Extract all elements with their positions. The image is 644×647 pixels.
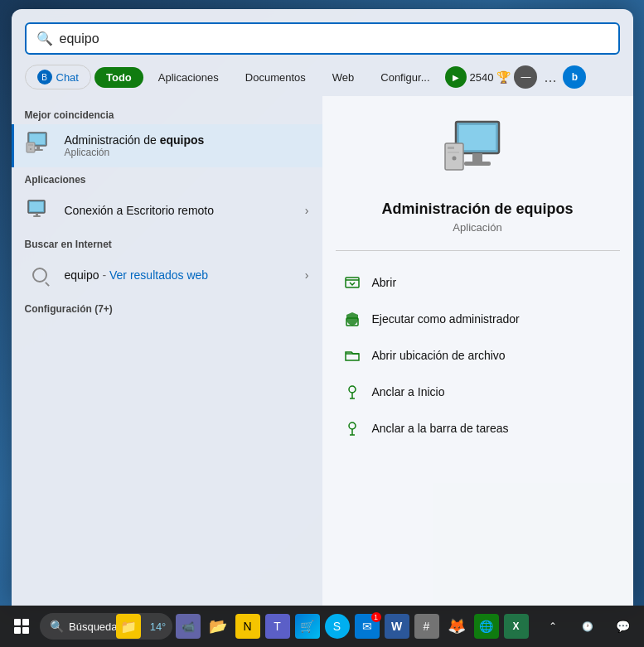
filter-tabs: B Chat Todo Aplicaciones Documentos Web …: [12, 61, 633, 96]
action-run-admin-label: Ejecutar como administrador: [372, 312, 520, 326]
start-button[interactable]: [7, 611, 36, 641]
taskbar-right: ⌃ 🕐 💬: [538, 611, 637, 641]
web-search-item[interactable]: equipo - Ver resultados web ›: [12, 253, 322, 297]
left-panel: Mejor coincidencia: [12, 96, 322, 606]
pin-start-icon: [342, 382, 362, 402]
best-match-subtitle: Aplicación: [65, 147, 309, 158]
taskbar-teams-meet[interactable]: 📹: [176, 614, 201, 639]
remote-desktop-icon: [25, 196, 55, 225]
svg-rect-19: [346, 278, 359, 287]
taskbar-files[interactable]: 📂: [206, 614, 230, 639]
action-open-location-label: Abrir ubicación de archivo: [372, 349, 506, 362]
remote-desktop-arrow: ›: [305, 204, 309, 217]
tab-todo[interactable]: Todo: [94, 67, 143, 88]
open-icon: [342, 273, 362, 292]
taskbar-word[interactable]: W: [385, 614, 409, 639]
taskbar-weather[interactable]: 14°: [146, 614, 171, 639]
taskbar-file-explorer[interactable]: 📁: [116, 614, 141, 639]
taskbar-network[interactable]: 🌐: [474, 614, 499, 639]
tab-chat[interactable]: B Chat: [25, 65, 91, 89]
tab-documentos[interactable]: Documentos: [234, 67, 317, 88]
action-open-label: Abrir: [372, 276, 397, 289]
app-icon-small: [25, 131, 55, 161]
taskbar-excel[interactable]: X: [504, 614, 529, 639]
remote-desktop-text: Conexión a Escritorio remoto: [65, 204, 295, 217]
apps-label: Aplicaciones: [12, 167, 322, 189]
best-match-label: Mejor coincidencia: [12, 103, 322, 124]
taskbar-visual-studio[interactable]: T: [265, 614, 290, 639]
user-avatar[interactable]: —: [514, 65, 537, 89]
right-panel: Administración de equipos Aplicación: [322, 96, 633, 606]
taskbar-skype[interactable]: S: [325, 614, 350, 639]
taskbar-store[interactable]: 🛒: [295, 614, 320, 639]
content-area: Mejor coincidencia: [12, 96, 633, 606]
best-match-text: Administración de equipos Aplicación: [65, 133, 309, 158]
taskbar-center: 📁 14° 📹 📂 N T 🛒 S ✉ 1 W # 🦊 🌐 X: [116, 614, 529, 639]
svg-rect-12: [459, 125, 496, 150]
search-bar[interactable]: 🔍 equipo: [25, 22, 620, 55]
search-icon: 🔍: [36, 31, 53, 46]
taskbar: 🔍 Búsqueda 📁 14° 📹 📂 N T 🛒 S ✉ 1 W # 🦊 🌐: [0, 606, 644, 647]
action-pin-taskbar[interactable]: Anclar a la barra de tareas: [336, 410, 620, 447]
action-pin-start-label: Anclar a Inicio: [372, 385, 445, 398]
taskbar-system-tray[interactable]: ⌃: [538, 611, 568, 641]
web-search-title: equipo - Ver resultados web: [65, 268, 295, 282]
svg-rect-18: [448, 152, 459, 153]
svg-rect-5: [28, 144, 33, 146]
action-pin-taskbar-label: Anclar a la barra de tareas: [372, 422, 509, 435]
web-search-label: Buscar en Internet: [12, 232, 322, 253]
best-match-title: Administración de equipos: [65, 133, 309, 147]
search-input[interactable]: equipo: [60, 31, 608, 46]
taskbar-clock[interactable]: 🕐: [573, 611, 603, 641]
svg-rect-2: [36, 146, 40, 149]
web-search-icon: [25, 260, 55, 290]
web-search-text: equipo - Ver resultados web: [65, 268, 295, 282]
taskbar-notification[interactable]: 💬: [608, 611, 637, 641]
detail-app-icon: [440, 116, 515, 191]
action-list: Abrir Ejecutar como administrador: [336, 264, 620, 447]
svg-point-24: [349, 422, 356, 429]
pin-taskbar-icon: [342, 418, 362, 438]
taskbar-mail[interactable]: ✉ 1: [355, 614, 380, 639]
divider: [336, 250, 620, 251]
tab-aplicaciones[interactable]: Aplicaciones: [147, 67, 230, 88]
web-search-arrow: ›: [305, 268, 309, 282]
folder-icon: [342, 345, 362, 365]
detail-app-type: Aplicación: [453, 221, 501, 234]
play-button[interactable]: ▶: [445, 66, 467, 88]
svg-rect-4: [27, 142, 35, 152]
search-panel: 🔍 equipo B Chat Todo Aplicaciones Docume…: [12, 9, 633, 606]
settings-label: Configuración (7+): [12, 297, 322, 318]
bing-icon[interactable]: b: [563, 65, 586, 89]
chat-icon: B: [37, 70, 52, 84]
score-display: 2540 🏆: [470, 70, 511, 84]
taskbar-norton[interactable]: N: [235, 614, 260, 639]
svg-rect-8: [30, 202, 43, 211]
action-pin-start[interactable]: Anclar a Inicio: [336, 374, 620, 410]
svg-rect-10: [33, 215, 41, 217]
svg-rect-14: [464, 162, 491, 166]
taskbar-firefox[interactable]: 🦊: [444, 614, 469, 639]
taskbar-calculator[interactable]: #: [414, 614, 439, 639]
svg-point-17: [453, 157, 457, 161]
svg-point-21: [349, 386, 356, 393]
shield-icon: [342, 309, 362, 329]
best-match-item[interactable]: Administración de equipos Aplicación: [12, 124, 322, 167]
remote-desktop-title: Conexión a Escritorio remoto: [65, 204, 295, 217]
action-run-admin[interactable]: Ejecutar como administrador: [336, 301, 620, 337]
taskbar-search-label: Búsqueda: [69, 620, 118, 633]
svg-rect-16: [448, 147, 454, 149]
tab-web[interactable]: Web: [321, 67, 366, 88]
svg-rect-9: [36, 213, 38, 215]
detail-app-name: Administración de equipos: [381, 200, 573, 218]
action-open-location[interactable]: Abrir ubicación de archivo: [336, 337, 620, 374]
tab-configuracion[interactable]: Configur...: [369, 67, 441, 88]
app-remote-desktop[interactable]: Conexión a Escritorio remoto ›: [12, 189, 322, 232]
svg-rect-13: [472, 153, 482, 162]
action-open[interactable]: Abrir: [336, 264, 620, 301]
svg-point-6: [30, 148, 31, 150]
more-options-button[interactable]: ...: [540, 69, 559, 86]
